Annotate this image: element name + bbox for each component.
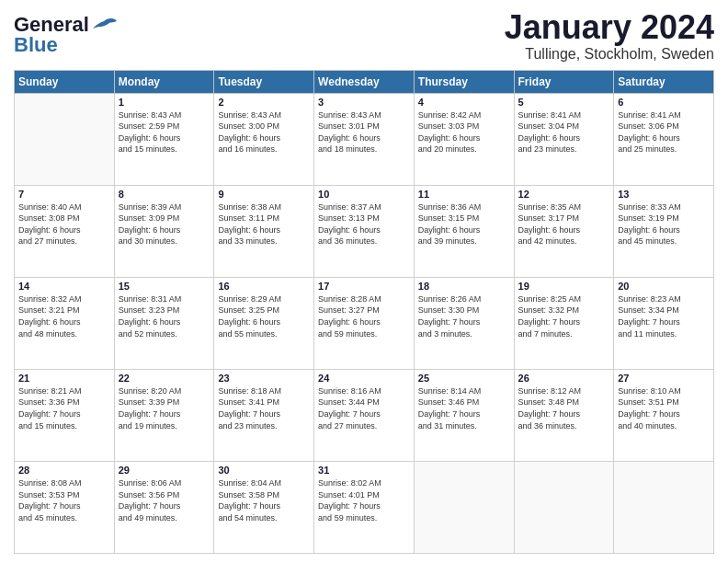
table-row xyxy=(614,461,714,553)
table-row: 26Sunrise: 8:12 AMSunset: 3:48 PMDayligh… xyxy=(514,369,614,461)
calendar-table: Sunday Monday Tuesday Wednesday Thursday… xyxy=(14,70,714,554)
table-row: 21Sunrise: 8:21 AMSunset: 3:36 PMDayligh… xyxy=(15,369,115,461)
title-block: January 2024 Tullinge, Stockholm, Sweden xyxy=(505,9,714,63)
day-info: Sunrise: 8:38 AMSunset: 3:11 PMDaylight:… xyxy=(218,201,310,247)
day-info: Sunrise: 8:35 AMSunset: 3:17 PMDaylight:… xyxy=(518,201,610,247)
day-info: Sunrise: 8:36 AMSunset: 3:15 PMDaylight:… xyxy=(418,201,510,247)
calendar-week-row: 7Sunrise: 8:40 AMSunset: 3:08 PMDaylight… xyxy=(15,185,714,277)
day-number: 6 xyxy=(618,97,710,108)
day-number: 7 xyxy=(18,189,110,200)
day-info: Sunrise: 8:10 AMSunset: 3:51 PMDaylight:… xyxy=(618,385,710,431)
table-row xyxy=(514,461,614,553)
table-row xyxy=(414,461,514,553)
day-number: 15 xyxy=(119,281,210,292)
day-info: Sunrise: 8:33 AMSunset: 3:19 PMDaylight:… xyxy=(618,201,710,247)
table-row: 17Sunrise: 8:28 AMSunset: 3:27 PMDayligh… xyxy=(314,277,415,369)
weekday-header-row: Sunday Monday Tuesday Wednesday Thursday… xyxy=(15,70,714,93)
day-number: 27 xyxy=(618,373,710,384)
day-info: Sunrise: 8:16 AMSunset: 3:44 PMDaylight:… xyxy=(318,385,410,431)
day-info: Sunrise: 8:23 AMSunset: 3:34 PMDaylight:… xyxy=(618,293,710,339)
day-number: 30 xyxy=(218,465,310,476)
day-number: 10 xyxy=(318,189,410,200)
table-row: 22Sunrise: 8:20 AMSunset: 3:39 PMDayligh… xyxy=(114,369,214,461)
day-info: Sunrise: 8:43 AMSunset: 3:01 PMDaylight:… xyxy=(318,109,410,155)
table-row: 12Sunrise: 8:35 AMSunset: 3:17 PMDayligh… xyxy=(514,185,614,277)
day-number: 4 xyxy=(418,97,510,108)
table-row: 31Sunrise: 8:02 AMSunset: 4:01 PMDayligh… xyxy=(314,461,415,553)
day-number: 11 xyxy=(418,189,510,200)
day-number: 23 xyxy=(218,373,310,384)
table-row: 25Sunrise: 8:14 AMSunset: 3:46 PMDayligh… xyxy=(414,369,514,461)
table-row: 6Sunrise: 8:41 AMSunset: 3:06 PMDaylight… xyxy=(614,93,714,185)
day-info: Sunrise: 8:41 AMSunset: 3:04 PMDaylight:… xyxy=(518,109,610,155)
header: General Blue January 2024 Tullinge, Stoc… xyxy=(14,9,714,63)
day-number: 14 xyxy=(18,281,110,292)
day-info: Sunrise: 8:29 AMSunset: 3:25 PMDaylight:… xyxy=(218,293,310,339)
logo-blue: Blue xyxy=(14,33,58,57)
day-info: Sunrise: 8:02 AMSunset: 4:01 PMDaylight:… xyxy=(318,477,410,523)
day-number: 2 xyxy=(218,97,310,108)
header-sunday: Sunday xyxy=(15,70,115,93)
day-number: 8 xyxy=(119,189,210,200)
table-row: 14Sunrise: 8:32 AMSunset: 3:21 PMDayligh… xyxy=(15,277,115,369)
day-number: 26 xyxy=(518,373,610,384)
day-info: Sunrise: 8:18 AMSunset: 3:41 PMDaylight:… xyxy=(218,385,310,431)
day-info: Sunrise: 8:39 AMSunset: 3:09 PMDaylight:… xyxy=(119,201,210,247)
day-number: 13 xyxy=(618,189,710,200)
table-row: 11Sunrise: 8:36 AMSunset: 3:15 PMDayligh… xyxy=(414,185,514,277)
calendar-subtitle: Tullinge, Stockholm, Sweden xyxy=(505,46,714,63)
day-info: Sunrise: 8:14 AMSunset: 3:46 PMDaylight:… xyxy=(418,385,510,431)
day-info: Sunrise: 8:28 AMSunset: 3:27 PMDaylight:… xyxy=(318,293,410,339)
calendar-week-row: 28Sunrise: 8:08 AMSunset: 3:53 PMDayligh… xyxy=(15,461,714,553)
day-info: Sunrise: 8:43 AMSunset: 3:00 PMDaylight:… xyxy=(218,109,310,155)
table-row: 3Sunrise: 8:43 AMSunset: 3:01 PMDaylight… xyxy=(314,93,415,185)
table-row: 16Sunrise: 8:29 AMSunset: 3:25 PMDayligh… xyxy=(214,277,314,369)
day-info: Sunrise: 8:41 AMSunset: 3:06 PMDaylight:… xyxy=(618,109,710,155)
header-saturday: Saturday xyxy=(614,70,714,93)
day-number: 25 xyxy=(418,373,510,384)
day-info: Sunrise: 8:21 AMSunset: 3:36 PMDaylight:… xyxy=(18,385,110,431)
day-number: 21 xyxy=(18,373,110,384)
day-info: Sunrise: 8:32 AMSunset: 3:21 PMDaylight:… xyxy=(18,293,110,339)
table-row: 15Sunrise: 8:31 AMSunset: 3:23 PMDayligh… xyxy=(114,277,214,369)
header-thursday: Thursday xyxy=(414,70,514,93)
day-number: 22 xyxy=(119,373,210,384)
header-monday: Monday xyxy=(114,70,214,93)
table-row: 9Sunrise: 8:38 AMSunset: 3:11 PMDaylight… xyxy=(214,185,314,277)
day-number: 19 xyxy=(518,281,610,292)
table-row: 5Sunrise: 8:41 AMSunset: 3:04 PMDaylight… xyxy=(514,93,614,185)
day-number: 24 xyxy=(318,373,410,384)
table-row: 29Sunrise: 8:06 AMSunset: 3:56 PMDayligh… xyxy=(114,461,214,553)
table-row: 10Sunrise: 8:37 AMSunset: 3:13 PMDayligh… xyxy=(314,185,415,277)
calendar-week-row: 14Sunrise: 8:32 AMSunset: 3:21 PMDayligh… xyxy=(15,277,714,369)
day-info: Sunrise: 8:26 AMSunset: 3:30 PMDaylight:… xyxy=(418,293,510,339)
table-row: 28Sunrise: 8:08 AMSunset: 3:53 PMDayligh… xyxy=(15,461,115,553)
calendar-page: General Blue January 2024 Tullinge, Stoc… xyxy=(0,0,728,563)
table-row: 13Sunrise: 8:33 AMSunset: 3:19 PMDayligh… xyxy=(614,185,714,277)
day-number: 20 xyxy=(618,281,710,292)
day-info: Sunrise: 8:25 AMSunset: 3:32 PMDaylight:… xyxy=(518,293,610,339)
table-row xyxy=(15,93,115,185)
day-info: Sunrise: 8:12 AMSunset: 3:48 PMDaylight:… xyxy=(518,385,610,431)
day-number: 12 xyxy=(518,189,610,200)
day-info: Sunrise: 8:04 AMSunset: 3:58 PMDaylight:… xyxy=(218,477,310,523)
table-row: 4Sunrise: 8:42 AMSunset: 3:03 PMDaylight… xyxy=(414,93,514,185)
calendar-week-row: 1Sunrise: 8:43 AMSunset: 2:59 PMDaylight… xyxy=(15,93,714,185)
day-number: 1 xyxy=(119,97,210,108)
calendar-title: January 2024 xyxy=(505,9,714,46)
calendar-week-row: 21Sunrise: 8:21 AMSunset: 3:36 PMDayligh… xyxy=(15,369,714,461)
day-number: 16 xyxy=(218,281,310,292)
header-wednesday: Wednesday xyxy=(314,70,415,93)
logo: General Blue xyxy=(14,13,119,57)
day-number: 5 xyxy=(518,97,610,108)
day-info: Sunrise: 8:08 AMSunset: 3:53 PMDaylight:… xyxy=(18,477,110,523)
table-row: 8Sunrise: 8:39 AMSunset: 3:09 PMDaylight… xyxy=(114,185,214,277)
table-row: 19Sunrise: 8:25 AMSunset: 3:32 PMDayligh… xyxy=(514,277,614,369)
day-number: 18 xyxy=(418,281,510,292)
day-number: 17 xyxy=(318,281,410,292)
day-number: 9 xyxy=(218,189,310,200)
table-row: 30Sunrise: 8:04 AMSunset: 3:58 PMDayligh… xyxy=(214,461,314,553)
table-row: 20Sunrise: 8:23 AMSunset: 3:34 PMDayligh… xyxy=(614,277,714,369)
day-info: Sunrise: 8:20 AMSunset: 3:39 PMDaylight:… xyxy=(119,385,210,431)
header-friday: Friday xyxy=(514,70,614,93)
